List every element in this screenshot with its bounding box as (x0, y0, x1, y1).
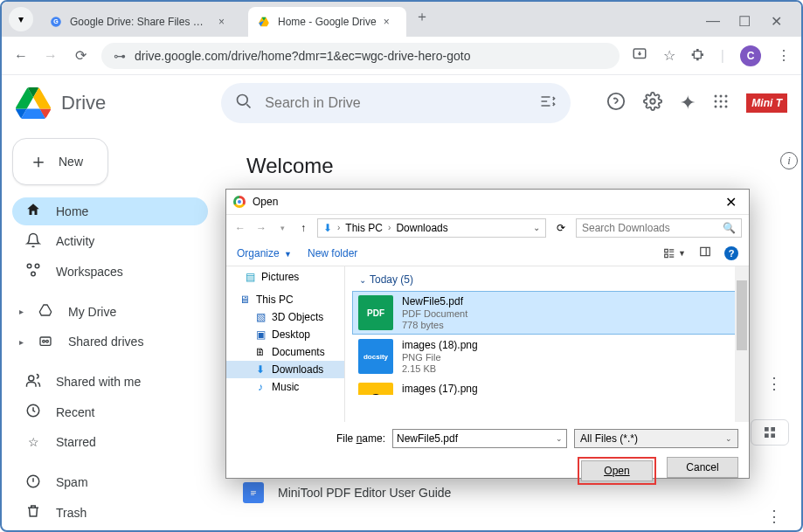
tab-label: Google Drive: Share Files Onlin (70, 16, 211, 28)
help-icon[interactable]: ? (724, 246, 738, 260)
browser-tab-1[interactable]: G Google Drive: Share Files Onlin × (40, 7, 241, 37)
search-bar[interactable] (221, 83, 571, 123)
install-app-icon[interactable] (632, 46, 647, 66)
tree-label: Pictures (261, 271, 299, 283)
file-item[interactable]: docsity images (18).png PNG File 2.15 KB (352, 335, 742, 378)
preview-pane-icon[interactable] (698, 245, 712, 260)
search-options-icon[interactable] (539, 93, 557, 114)
svg-point-12 (715, 100, 717, 102)
profile-avatar[interactable]: C (740, 45, 761, 66)
tree-item-this-pc[interactable]: 🖥This PC (226, 291, 344, 308)
tab-close-icon[interactable]: × (384, 16, 398, 28)
downloads-folder-icon: ⬇ (323, 222, 332, 234)
new-button[interactable]: ＋ New (12, 138, 108, 185)
apps-icon[interactable] (713, 93, 729, 114)
trash-icon (24, 503, 42, 522)
breadcrumb[interactable]: ⬇ › This PC › Downloads ⌄ (317, 218, 546, 238)
window-close-icon[interactable]: ✕ (768, 13, 784, 30)
sidebar-item-home[interactable]: Home (12, 197, 208, 225)
gemini-icon[interactable]: ✦ (680, 92, 696, 114)
file-list: ⌄Today (5) PDF NewFile5.pdf PDF Document… (345, 266, 749, 422)
file-item-selected[interactable]: PDF NewFile5.pdf PDF Document 778 bytes (352, 291, 742, 335)
file-item[interactable]: S images (17).png (352, 378, 742, 396)
tree-label: This PC (256, 294, 294, 306)
tab-close-icon[interactable]: × (218, 16, 232, 28)
filter-dropdown-icon[interactable]: ⌄ (725, 434, 732, 443)
breadcrumb-segment[interactable]: Downloads (396, 222, 447, 234)
sidebar-item-spam[interactable]: Spam (12, 468, 208, 496)
shared-drive-icon (37, 334, 54, 350)
filename-input[interactable]: NewFile5.pdf ⌄ (392, 429, 567, 448)
dialog-search-input[interactable]: Search Downloads 🔍 (576, 218, 742, 238)
pictures-icon: ▤ (244, 271, 256, 283)
grid-view-toggle[interactable] (751, 419, 789, 446)
refresh-icon[interactable]: ⟳ (553, 222, 569, 234)
cancel-button[interactable]: Cancel (667, 457, 738, 478)
new-folder-button[interactable]: New folder (308, 247, 357, 259)
svg-point-20 (31, 273, 36, 277)
dialog-footer: File name: NewFile5.pdf ⌄ All Files (*.*… (226, 422, 749, 495)
svg-rect-27 (765, 427, 769, 432)
svg-point-18 (27, 265, 31, 269)
drive-product-name[interactable]: Drive (61, 92, 106, 114)
reload-button[interactable]: ⟳ (72, 47, 89, 64)
open-button[interactable]: Open (581, 460, 653, 481)
filter-label: All Files (*.*) (580, 432, 638, 445)
filename-label: File name: (336, 432, 385, 445)
forward-button[interactable]: → (42, 48, 59, 64)
info-icon[interactable]: i (780, 152, 798, 169)
browser-tab-2-active[interactable]: Home - Google Drive × (248, 7, 406, 37)
svg-point-24 (29, 376, 34, 381)
chevron-right-icon[interactable]: ▸ (19, 307, 28, 316)
sidebar-item-recent[interactable]: Recent (12, 397, 208, 425)
view-options-icon[interactable]: ▼ (662, 247, 686, 259)
back-button[interactable]: ← (12, 48, 30, 64)
new-tab-button[interactable]: ＋ (415, 8, 429, 31)
dialog-close-button[interactable]: ✕ (720, 194, 742, 211)
filename-dropdown-icon[interactable]: ⌄ (556, 434, 563, 443)
dialog-titlebar: Open ✕ (226, 190, 749, 214)
sidebar-item-activity[interactable]: Activity (12, 227, 208, 255)
address-bar[interactable]: ⊶ drive.google.com/drive/home?dmr=1&ec=w… (101, 43, 620, 69)
bookmark-icon[interactable]: ☆ (663, 47, 675, 64)
extensions-icon[interactable] (691, 47, 705, 65)
svg-point-6 (238, 95, 248, 106)
vertical-scrollbar[interactable] (735, 266, 749, 422)
sidebar-item-shared-with-me[interactable]: Shared with me (12, 368, 208, 396)
site-info-icon[interactable]: ⊶ (114, 49, 126, 63)
recent-locations-icon[interactable]: ▾ (275, 224, 289, 232)
tab-search-button[interactable]: ▾ (9, 7, 33, 31)
sidebar-item-trash[interactable]: Trash (12, 498, 208, 526)
back-icon[interactable]: ← (233, 222, 247, 234)
sidebar-item-workspaces[interactable]: Workspaces (12, 258, 208, 286)
workspaces-icon (24, 262, 42, 280)
forward-icon[interactable]: → (254, 222, 268, 234)
search-input[interactable] (265, 95, 527, 111)
tree-item-music[interactable]: ♪Music (226, 378, 344, 396)
help-icon[interactable] (606, 92, 626, 115)
window-minimize-icon[interactable]: — (705, 13, 721, 30)
file-type-filter[interactable]: All Files (*.*) ⌄ (574, 429, 738, 448)
settings-icon[interactable] (643, 92, 662, 115)
more-actions-icon[interactable]: ⋮ (766, 507, 782, 526)
tree-item-desktop[interactable]: ▣Desktop (226, 326, 344, 343)
breadcrumb-dropdown-icon[interactable]: ⌄ (533, 223, 540, 232)
tree-item-pictures[interactable]: ▤Pictures (226, 268, 344, 286)
breadcrumb-segment[interactable]: This PC (345, 222, 383, 234)
tree-item-downloads-selected[interactable]: ⬇Downloads (226, 361, 344, 378)
organize-menu[interactable]: Organize ▼ (237, 247, 292, 259)
window-maximize-icon[interactable]: ☐ (737, 13, 752, 30)
chevron-right-icon[interactable]: ▸ (19, 337, 28, 347)
up-icon[interactable]: ↑ (296, 222, 310, 234)
sidebar-label: Trash (56, 506, 87, 520)
sidebar-item-my-drive[interactable]: ▸ My Drive (12, 298, 208, 326)
search-icon (235, 93, 253, 114)
tree-item-documents[interactable]: 🗎Documents (226, 343, 344, 361)
file-group-header[interactable]: ⌄Today (5) (352, 270, 742, 291)
sidebar-item-shared-drives[interactable]: ▸ Shared drives (12, 328, 208, 356)
tree-item-3d-objects[interactable]: ▧3D Objects (226, 308, 344, 326)
sidebar-item-starred[interactable]: ☆ Starred (12, 428, 208, 456)
chrome-menu-icon[interactable]: ⋮ (777, 47, 791, 64)
drive-logo-icon[interactable] (16, 86, 51, 121)
more-actions-icon[interactable]: ⋮ (766, 374, 782, 393)
